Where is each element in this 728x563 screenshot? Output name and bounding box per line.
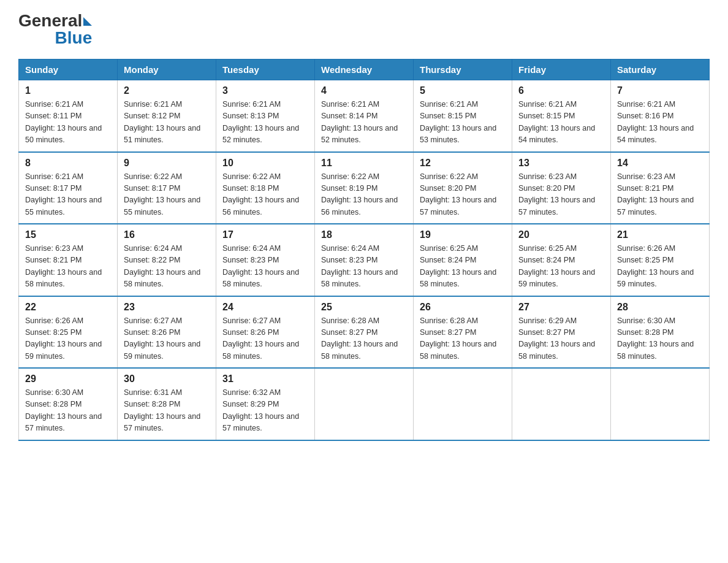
day-info: Sunrise: 6:22 AMSunset: 8:19 PMDaylight:… bbox=[321, 172, 398, 216]
day-number: 4 bbox=[321, 85, 407, 96]
day-number: 24 bbox=[222, 302, 308, 313]
calendar-cell bbox=[611, 368, 710, 440]
day-number: 29 bbox=[25, 373, 111, 385]
calendar-week-row: 1 Sunrise: 6:21 AMSunset: 8:11 PMDayligh… bbox=[19, 80, 710, 152]
calendar-cell: 31 Sunrise: 6:32 AMSunset: 8:29 PMDaylig… bbox=[216, 368, 315, 440]
calendar-cell: 27 Sunrise: 6:29 AMSunset: 8:27 PMDaylig… bbox=[512, 296, 611, 369]
day-info: Sunrise: 6:21 AMSunset: 8:11 PMDaylight:… bbox=[25, 100, 102, 144]
day-info: Sunrise: 6:30 AMSunset: 8:28 PMDaylight:… bbox=[617, 316, 694, 361]
calendar-cell: 10 Sunrise: 6:22 AMSunset: 8:18 PMDaylig… bbox=[216, 152, 315, 224]
day-info: Sunrise: 6:21 AMSunset: 8:16 PMDaylight:… bbox=[617, 100, 694, 144]
calendar-week-row: 8 Sunrise: 6:21 AMSunset: 8:17 PMDayligh… bbox=[19, 152, 710, 224]
day-number: 9 bbox=[124, 158, 210, 169]
calendar-cell: 15 Sunrise: 6:23 AMSunset: 8:21 PMDaylig… bbox=[19, 224, 118, 296]
calendar-cell: 3 Sunrise: 6:21 AMSunset: 8:13 PMDayligh… bbox=[216, 80, 315, 152]
day-info: Sunrise: 6:21 AMSunset: 8:15 PMDaylight:… bbox=[518, 100, 595, 144]
day-info: Sunrise: 6:28 AMSunset: 8:27 PMDaylight:… bbox=[420, 316, 496, 361]
calendar-cell: 17 Sunrise: 6:24 AMSunset: 8:23 PMDaylig… bbox=[216, 224, 315, 296]
weekday-header-sunday: Sunday bbox=[19, 59, 118, 80]
day-number: 2 bbox=[124, 85, 210, 96]
logo-blue-text: Blue bbox=[55, 29, 93, 47]
calendar-cell bbox=[512, 368, 611, 440]
calendar-header: SundayMondayTuesdayWednesdayThursdayFrid… bbox=[19, 59, 710, 80]
calendar-cell: 19 Sunrise: 6:25 AMSunset: 8:24 PMDaylig… bbox=[414, 224, 512, 296]
weekday-header-tuesday: Tuesday bbox=[216, 59, 315, 80]
calendar-cell: 21 Sunrise: 6:26 AMSunset: 8:25 PMDaylig… bbox=[611, 224, 710, 296]
logo: General Blue bbox=[18, 12, 92, 47]
calendar-cell: 18 Sunrise: 6:24 AMSunset: 8:23 PMDaylig… bbox=[315, 224, 414, 296]
day-number: 28 bbox=[617, 302, 703, 313]
calendar-cell: 6 Sunrise: 6:21 AMSunset: 8:15 PMDayligh… bbox=[512, 80, 611, 152]
calendar-week-row: 29 Sunrise: 6:30 AMSunset: 8:28 PMDaylig… bbox=[19, 368, 710, 440]
day-info: Sunrise: 6:25 AMSunset: 8:24 PMDaylight:… bbox=[518, 244, 595, 288]
day-number: 22 bbox=[25, 302, 111, 313]
day-info: Sunrise: 6:27 AMSunset: 8:26 PMDaylight:… bbox=[222, 316, 299, 361]
logo-general-text: General bbox=[18, 12, 82, 29]
day-info: Sunrise: 6:23 AMSunset: 8:21 PMDaylight:… bbox=[617, 172, 694, 216]
calendar-cell: 26 Sunrise: 6:28 AMSunset: 8:27 PMDaylig… bbox=[414, 296, 512, 369]
day-info: Sunrise: 6:23 AMSunset: 8:20 PMDaylight:… bbox=[518, 172, 595, 216]
calendar-cell: 4 Sunrise: 6:21 AMSunset: 8:14 PMDayligh… bbox=[315, 80, 414, 152]
day-info: Sunrise: 6:22 AMSunset: 8:20 PMDaylight:… bbox=[420, 172, 496, 216]
day-info: Sunrise: 6:31 AMSunset: 8:28 PMDaylight:… bbox=[124, 388, 200, 432]
calendar-cell: 20 Sunrise: 6:25 AMSunset: 8:24 PMDaylig… bbox=[512, 224, 611, 296]
calendar-cell bbox=[414, 368, 512, 440]
day-number: 26 bbox=[420, 302, 506, 313]
day-number: 17 bbox=[222, 229, 308, 240]
day-info: Sunrise: 6:22 AMSunset: 8:18 PMDaylight:… bbox=[222, 172, 299, 216]
day-number: 31 bbox=[222, 373, 308, 385]
day-number: 20 bbox=[518, 229, 604, 240]
weekday-header-friday: Friday bbox=[512, 59, 611, 80]
day-number: 19 bbox=[420, 229, 506, 240]
calendar-cell: 30 Sunrise: 6:31 AMSunset: 8:28 PMDaylig… bbox=[118, 368, 216, 440]
calendar-cell: 11 Sunrise: 6:22 AMSunset: 8:19 PMDaylig… bbox=[315, 152, 414, 224]
day-number: 30 bbox=[124, 373, 210, 385]
weekday-header-monday: Monday bbox=[118, 59, 216, 80]
day-info: Sunrise: 6:21 AMSunset: 8:14 PMDaylight:… bbox=[321, 100, 398, 144]
calendar-cell: 8 Sunrise: 6:21 AMSunset: 8:17 PMDayligh… bbox=[19, 152, 118, 224]
calendar-cell bbox=[315, 368, 414, 440]
calendar-cell: 7 Sunrise: 6:21 AMSunset: 8:16 PMDayligh… bbox=[611, 80, 710, 152]
day-info: Sunrise: 6:29 AMSunset: 8:27 PMDaylight:… bbox=[518, 316, 595, 361]
day-number: 14 bbox=[617, 158, 703, 169]
calendar-cell: 29 Sunrise: 6:30 AMSunset: 8:28 PMDaylig… bbox=[19, 368, 118, 440]
calendar-cell: 25 Sunrise: 6:28 AMSunset: 8:27 PMDaylig… bbox=[315, 296, 414, 369]
calendar-body: 1 Sunrise: 6:21 AMSunset: 8:11 PMDayligh… bbox=[19, 80, 710, 440]
calendar-week-row: 22 Sunrise: 6:26 AMSunset: 8:25 PMDaylig… bbox=[19, 296, 710, 369]
weekday-header-row: SundayMondayTuesdayWednesdayThursdayFrid… bbox=[19, 59, 710, 80]
day-info: Sunrise: 6:21 AMSunset: 8:13 PMDaylight:… bbox=[222, 100, 299, 144]
day-number: 1 bbox=[25, 85, 111, 96]
page-header: General Blue bbox=[18, 12, 710, 47]
day-number: 8 bbox=[25, 158, 111, 169]
day-info: Sunrise: 6:28 AMSunset: 8:27 PMDaylight:… bbox=[321, 316, 398, 361]
calendar-table: SundayMondayTuesdayWednesdayThursdayFrid… bbox=[18, 59, 710, 441]
day-number: 13 bbox=[518, 158, 604, 169]
day-info: Sunrise: 6:26 AMSunset: 8:25 PMDaylight:… bbox=[25, 316, 102, 361]
calendar-cell: 2 Sunrise: 6:21 AMSunset: 8:12 PMDayligh… bbox=[118, 80, 216, 152]
day-number: 5 bbox=[420, 85, 506, 96]
day-info: Sunrise: 6:27 AMSunset: 8:26 PMDaylight:… bbox=[124, 316, 200, 361]
day-number: 15 bbox=[25, 229, 111, 240]
day-info: Sunrise: 6:21 AMSunset: 8:15 PMDaylight:… bbox=[420, 100, 496, 144]
logo-triangle-icon bbox=[83, 17, 92, 26]
day-info: Sunrise: 6:21 AMSunset: 8:12 PMDaylight:… bbox=[124, 100, 200, 144]
day-number: 12 bbox=[420, 158, 506, 169]
calendar-cell: 12 Sunrise: 6:22 AMSunset: 8:20 PMDaylig… bbox=[414, 152, 512, 224]
day-info: Sunrise: 6:30 AMSunset: 8:28 PMDaylight:… bbox=[25, 388, 102, 432]
calendar-cell: 28 Sunrise: 6:30 AMSunset: 8:28 PMDaylig… bbox=[611, 296, 710, 369]
day-info: Sunrise: 6:32 AMSunset: 8:29 PMDaylight:… bbox=[222, 388, 299, 432]
day-number: 16 bbox=[124, 229, 210, 240]
calendar-cell: 5 Sunrise: 6:21 AMSunset: 8:15 PMDayligh… bbox=[414, 80, 512, 152]
day-info: Sunrise: 6:23 AMSunset: 8:21 PMDaylight:… bbox=[25, 244, 102, 288]
calendar-cell: 1 Sunrise: 6:21 AMSunset: 8:11 PMDayligh… bbox=[19, 80, 118, 152]
weekday-header-wednesday: Wednesday bbox=[315, 59, 414, 80]
day-number: 18 bbox=[321, 229, 407, 240]
day-info: Sunrise: 6:24 AMSunset: 8:23 PMDaylight:… bbox=[321, 244, 398, 288]
day-info: Sunrise: 6:26 AMSunset: 8:25 PMDaylight:… bbox=[617, 244, 694, 288]
day-info: Sunrise: 6:24 AMSunset: 8:23 PMDaylight:… bbox=[222, 244, 299, 288]
day-number: 25 bbox=[321, 302, 407, 313]
day-number: 23 bbox=[124, 302, 210, 313]
day-number: 21 bbox=[617, 229, 703, 240]
day-info: Sunrise: 6:22 AMSunset: 8:17 PMDaylight:… bbox=[124, 172, 200, 216]
calendar-cell: 14 Sunrise: 6:23 AMSunset: 8:21 PMDaylig… bbox=[611, 152, 710, 224]
